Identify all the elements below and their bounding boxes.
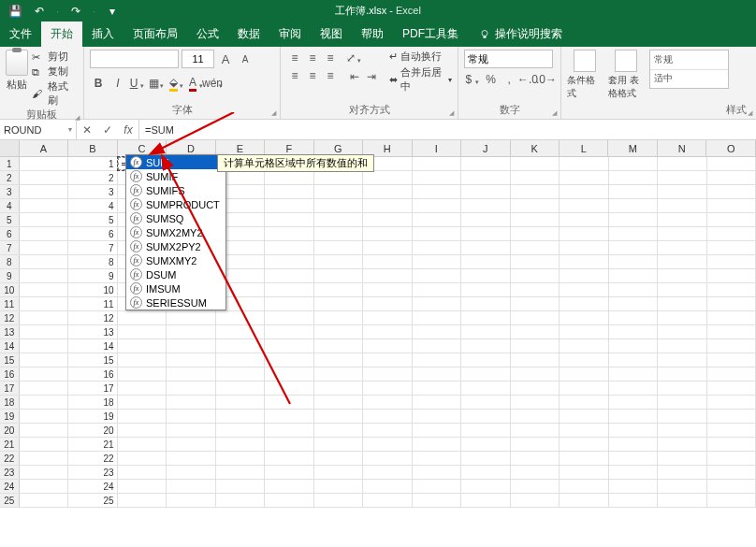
- cell[interactable]: 6: [68, 227, 118, 240]
- cut-button[interactable]: ✂剪切: [32, 50, 78, 64]
- cell[interactable]: [560, 396, 609, 409]
- cell[interactable]: [413, 241, 462, 254]
- cell[interactable]: [118, 424, 167, 437]
- cell[interactable]: 16: [68, 367, 118, 381]
- cell[interactable]: [707, 438, 757, 451]
- cell[interactable]: [413, 339, 462, 353]
- cell[interactable]: [167, 452, 216, 465]
- italic-button[interactable]: I: [109, 75, 126, 92]
- cell[interactable]: [265, 311, 314, 324]
- tab-formulas[interactable]: 公式: [187, 22, 228, 47]
- cell[interactable]: [265, 283, 314, 296]
- increase-indent-button[interactable]: ⇥: [363, 68, 380, 85]
- cell[interactable]: [265, 255, 314, 268]
- column-header[interactable]: M: [608, 140, 657, 156]
- autocomplete-item[interactable]: fxSUMSQ: [126, 211, 225, 225]
- cell[interactable]: [560, 157, 609, 170]
- cell[interactable]: [461, 424, 511, 437]
- cell[interactable]: [413, 297, 462, 310]
- cell[interactable]: [658, 213, 707, 226]
- row-header[interactable]: 7: [0, 241, 20, 254]
- cell[interactable]: [511, 157, 560, 170]
- cell[interactable]: [20, 213, 69, 226]
- tab-home[interactable]: 开始: [41, 22, 82, 47]
- row-header[interactable]: 10: [0, 283, 20, 296]
- cell[interactable]: [413, 438, 462, 451]
- cell[interactable]: [511, 185, 560, 198]
- autocomplete-item[interactable]: fxSUMX2MY2: [126, 225, 225, 239]
- cell[interactable]: [413, 269, 462, 282]
- cell[interactable]: [265, 494, 314, 507]
- row-header[interactable]: 8: [0, 255, 20, 268]
- cell[interactable]: [314, 297, 364, 310]
- cell[interactable]: 20: [68, 424, 118, 437]
- fill-color-button[interactable]: ⬙: [168, 75, 185, 92]
- cell[interactable]: [118, 396, 167, 409]
- cell[interactable]: [560, 269, 609, 282]
- autocomplete-item[interactable]: fxSUMIF: [126, 169, 225, 183]
- cell[interactable]: [363, 353, 413, 367]
- cell[interactable]: [363, 171, 413, 184]
- cell[interactable]: [20, 157, 69, 170]
- cell[interactable]: [609, 452, 659, 465]
- cell[interactable]: [707, 353, 757, 367]
- style-normal[interactable]: 常规: [650, 50, 728, 70]
- cell[interactable]: [461, 185, 511, 198]
- cell-styles-gallery[interactable]: 常规 适中: [649, 50, 729, 89]
- conditional-format-button[interactable]: 条件格式: [567, 50, 603, 100]
- cell[interactable]: [609, 438, 659, 451]
- align-right-button[interactable]: ≡: [322, 67, 339, 84]
- cell[interactable]: [363, 452, 413, 465]
- cell[interactable]: [461, 353, 511, 367]
- cell[interactable]: [511, 171, 560, 184]
- cell[interactable]: 13: [68, 325, 118, 338]
- cell[interactable]: [560, 283, 609, 296]
- tab-view[interactable]: 视图: [311, 22, 352, 47]
- cell[interactable]: [560, 255, 609, 268]
- cell[interactable]: [314, 255, 364, 268]
- cell[interactable]: [707, 424, 757, 437]
- cell[interactable]: [314, 367, 364, 381]
- row-header[interactable]: 16: [0, 367, 20, 381]
- cell[interactable]: [609, 381, 659, 395]
- cell[interactable]: [707, 241, 757, 254]
- tell-me-search[interactable]: 操作说明搜索: [468, 22, 562, 47]
- cell[interactable]: [707, 367, 757, 381]
- cell[interactable]: [20, 241, 69, 254]
- cell[interactable]: [363, 311, 413, 324]
- cell[interactable]: [118, 452, 167, 465]
- cell[interactable]: [658, 283, 707, 296]
- cell[interactable]: [413, 410, 462, 423]
- cell[interactable]: 3: [68, 185, 118, 198]
- font-name-select[interactable]: [90, 50, 179, 68]
- copy-button[interactable]: ⧉复制: [32, 65, 78, 79]
- cell[interactable]: [413, 199, 462, 212]
- cell[interactable]: [658, 227, 707, 240]
- cell[interactable]: [363, 424, 413, 437]
- row-header[interactable]: 17: [0, 381, 20, 395]
- cell[interactable]: [118, 494, 167, 507]
- cell[interactable]: [20, 494, 69, 507]
- cell[interactable]: [511, 227, 560, 240]
- cell[interactable]: [560, 185, 609, 198]
- cell[interactable]: [413, 255, 462, 268]
- row-header[interactable]: 9: [0, 269, 20, 282]
- row-header[interactable]: 1: [0, 157, 20, 170]
- cell[interactable]: [265, 438, 314, 451]
- cell[interactable]: [658, 396, 707, 409]
- cell[interactable]: [265, 199, 314, 212]
- cell[interactable]: [707, 269, 757, 282]
- cell[interactable]: [20, 367, 69, 381]
- cell[interactable]: [707, 410, 757, 423]
- cell[interactable]: [314, 213, 364, 226]
- comma-button[interactable]: ,: [501, 71, 517, 88]
- cell[interactable]: [413, 424, 462, 437]
- cell[interactable]: [413, 283, 462, 296]
- cell[interactable]: [118, 367, 167, 381]
- cell[interactable]: [609, 171, 659, 184]
- cell[interactable]: [461, 283, 511, 296]
- tab-layout[interactable]: 页面布局: [124, 22, 187, 47]
- cell[interactable]: [461, 213, 511, 226]
- cell[interactable]: [265, 227, 314, 240]
- cell[interactable]: [461, 367, 511, 381]
